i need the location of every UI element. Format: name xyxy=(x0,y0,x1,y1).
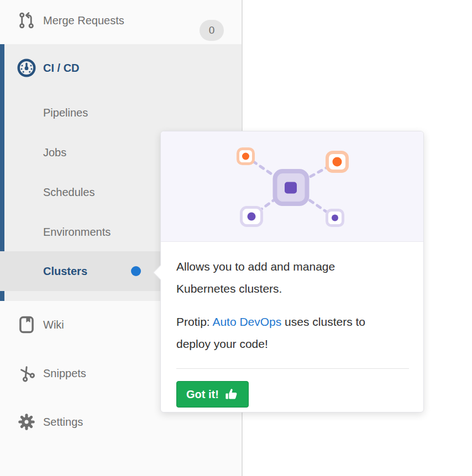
merge-requests-count-badge: 0 xyxy=(200,20,224,41)
got-it-button-label: Got it! xyxy=(186,388,219,401)
gear-icon xyxy=(17,412,36,432)
sidebar-item-label: Environments xyxy=(43,226,111,239)
protip-prefix: Protip: xyxy=(176,315,212,328)
sidebar-item-label: Pipelines xyxy=(43,107,88,119)
sidebar-item-label: CI / CD xyxy=(43,62,80,75)
clusters-popover: Allows you to add and manage Kubernetes … xyxy=(160,131,424,412)
sidebar-item-label: Schedules xyxy=(43,186,95,199)
popover-body: Allows you to add and manage Kubernetes … xyxy=(161,242,423,423)
merge-request-icon xyxy=(17,10,36,30)
sidebar-item-label: Jobs xyxy=(43,146,66,159)
scissors-icon xyxy=(17,363,36,383)
sidebar-item-label: Wiki xyxy=(43,319,64,331)
popover-description: Allows you to add and manage Kubernetes … xyxy=(176,256,371,300)
sidebar-item-label: Clusters xyxy=(43,265,87,278)
sidebar-item-label: Snippets xyxy=(43,367,86,380)
popover-divider xyxy=(176,368,409,369)
screen: Merge Requests 0 xyxy=(0,0,472,476)
popover-protip: Protip: Auto DevOps uses clusters to dep… xyxy=(176,311,371,355)
clusters-notification-dot-icon xyxy=(131,266,141,276)
sidebar-item-ci-cd[interactable]: CI / CD xyxy=(0,51,242,84)
gauge-icon xyxy=(17,58,36,78)
kubernetes-cluster-illustration xyxy=(161,131,423,242)
book-icon xyxy=(17,315,36,335)
thumbs-up-icon xyxy=(224,387,239,401)
got-it-button[interactable]: Got it! xyxy=(176,381,249,408)
sidebar-item-merge-requests[interactable]: Merge Requests 0 xyxy=(0,4,242,37)
auto-devops-link[interactable]: Auto DevOps xyxy=(212,315,281,328)
sidebar-item-label: Merge Requests xyxy=(43,14,124,27)
sidebar-item-pipelines[interactable]: Pipelines xyxy=(0,96,242,129)
sidebar-item-label: Settings xyxy=(43,416,83,429)
